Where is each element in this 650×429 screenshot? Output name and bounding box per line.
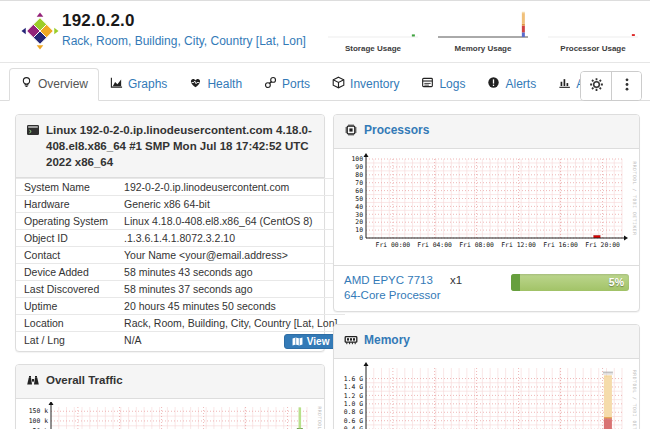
overall-traffic-title: Overall Traffic	[46, 372, 123, 388]
tab-actions	[580, 71, 642, 101]
attribute-label: Operating System	[16, 213, 116, 230]
memory-panel: Memory 1.6 G1.4 G1.2 G1.0 G0.8 G0.6 G0.4…	[333, 324, 640, 429]
memory-graph[interactable]: 1.6 G1.4 G1.2 G1.0 G0.8 G0.6 G0.4 G0.2 G…	[334, 359, 639, 429]
tab-alerts[interactable]: Alerts	[476, 68, 547, 101]
tab-graphs[interactable]: Graphs	[99, 68, 178, 101]
table-row: Uptime20 hours 45 minutes 50 seconds	[16, 298, 345, 315]
link-icon	[264, 76, 277, 92]
attribute-value: .1.3.6.1.4.1.8072.3.2.10	[116, 230, 345, 247]
svg-text:150 k: 150 k	[29, 408, 48, 416]
svg-text:60: 60	[355, 187, 363, 195]
settings-button[interactable]	[581, 72, 611, 100]
table-row: Object ID.1.3.6.1.4.1.8072.3.2.10	[16, 230, 345, 247]
svg-text:Fri 16:00: Fri 16:00	[543, 241, 578, 249]
tab-label: Health	[207, 77, 242, 91]
attribute-value: 58 minutes 43 seconds ago	[116, 264, 345, 281]
table-row: ContactYour Name <your@email.address>	[16, 247, 345, 264]
device-info-header: Linux 192-0-2-0.ip.linodeusercontent.com…	[16, 115, 324, 178]
tab-label: Alerts	[505, 77, 536, 91]
svg-text:100 k: 100 k	[29, 418, 48, 426]
svg-text:Fri 00:00: Fri 00:00	[376, 241, 411, 249]
svg-text:10: 10	[355, 226, 363, 234]
more-options-button[interactable]	[611, 72, 641, 100]
table-row: Device Added58 minutes 43 seconds ago	[16, 264, 345, 281]
cpu-icon	[344, 122, 358, 141]
attribute-label: Contact	[16, 247, 116, 264]
overview-content: Linux 192-0-2-0.ip.linodeusercontent.com…	[0, 101, 650, 429]
tab-logs[interactable]: Logs	[410, 68, 476, 101]
svg-text:RRDTOOL / TOBI OETIKER: RRDTOOL / TOBI OETIKER	[632, 370, 637, 429]
tab-inventory[interactable]: Inventory	[321, 68, 410, 101]
attribute-label: Object ID	[16, 230, 116, 247]
attribute-value: 192-0-2-0.ip.linodeusercontent.com	[116, 179, 345, 196]
svg-text:20: 20	[355, 218, 363, 226]
attribute-label: Hardware	[16, 196, 116, 213]
cpu-usage-percent: 5%	[609, 276, 624, 288]
processor-mini-graph[interactable]: Processor Usage	[544, 5, 642, 59]
svg-text:Fri 04:00: Fri 04:00	[417, 241, 452, 249]
processors-title-link[interactable]: Processors	[364, 122, 429, 139]
tab-label: Ports	[282, 77, 310, 91]
tab-ports[interactable]: Ports	[253, 68, 321, 101]
table-row: Last Discovered58 minutes 37 seconds ago	[16, 281, 345, 298]
processors-header: Processors	[334, 115, 639, 149]
centos-logo-icon	[21, 12, 59, 54]
memory-mini-graph[interactable]: Memory Usage	[434, 5, 532, 59]
device-location-link[interactable]: Rack, Room, Building, City, Country [Lat…	[62, 34, 306, 48]
device-attributes-table: System Name192-0-2-0.ip.linodeuserconten…	[16, 178, 345, 351]
cpu-name-link[interactable]: AMD EPYC 7713 64-Core Processor	[344, 273, 444, 303]
gear-icon	[589, 77, 604, 96]
cube-icon	[332, 76, 345, 92]
bar-chart-icon	[558, 76, 571, 92]
attribute-value: 20 hours 45 minutes 50 seconds	[116, 298, 345, 315]
attribute-value: Your Name <your@email.address>	[116, 247, 345, 264]
svg-text:30: 30	[355, 211, 363, 219]
left-column: Linux 192-0-2-0.ip.linodeusercontent.com…	[15, 114, 325, 429]
memory-title-link[interactable]: Memory	[364, 332, 410, 349]
right-column: Processors 1009080706050403020100Fri 00:…	[333, 114, 640, 429]
svg-text:0: 0	[359, 234, 363, 242]
attribute-label: Location	[16, 315, 116, 332]
attribute-value: N/AView	[116, 332, 345, 352]
attribute-value: 58 minutes 37 seconds ago	[116, 281, 345, 298]
svg-text:1.0 G: 1.0 G	[344, 400, 363, 408]
processors-graph[interactable]: 1009080706050403020100Fri 00:00Fri 04:00…	[334, 149, 639, 265]
tab-latency[interactable]: Latency	[643, 68, 650, 101]
tab-label: Overview	[38, 77, 88, 91]
svg-text:1.2 G: 1.2 G	[344, 392, 363, 400]
tab-health[interactable]: Health	[178, 68, 253, 101]
tab-overview[interactable]: Overview	[9, 68, 99, 101]
processor-row: AMD EPYC 7713 64-Core Processor x1 5%	[334, 265, 639, 311]
svg-text:Fri 12:00: Fri 12:00	[501, 241, 536, 249]
area-chart-icon	[110, 76, 123, 92]
device-os-line: Linux 192-0-2-0.ip.linodeusercontent.com…	[46, 122, 314, 170]
kebab-icon	[620, 77, 634, 96]
memory-header: Memory	[334, 325, 639, 359]
heartbeat-icon	[189, 76, 202, 92]
tab-label: Inventory	[350, 77, 399, 91]
tab-label: Graphs	[128, 77, 167, 91]
processors-panel: Processors 1009080706050403020100Fri 00:…	[333, 114, 640, 312]
lightbulb-icon	[20, 76, 33, 92]
svg-text:1.6 G: 1.6 G	[344, 375, 363, 383]
svg-text:40: 40	[355, 203, 363, 211]
svg-text:50: 50	[355, 195, 363, 203]
svg-text:RRDTOOL / TOBI OETIKER: RRDTOOL / TOBI OETIKER	[317, 407, 322, 429]
attribute-label: System Name	[16, 179, 116, 196]
svg-text:80: 80	[355, 171, 363, 179]
binoculars-icon	[26, 372, 40, 391]
device-tabs: OverviewGraphsHealthPortsInventoryLogsAl…	[0, 70, 650, 101]
memory-mini-label: Memory Usage	[434, 44, 532, 53]
view-map-button[interactable]: View	[284, 334, 338, 349]
device-header: 192.0.2.0 Rack, Room, Building, City, Co…	[0, 1, 650, 63]
overall-traffic-header: Overall Traffic	[16, 365, 324, 399]
svg-text:90: 90	[355, 163, 363, 171]
table-row: System Name192-0-2-0.ip.linodeuserconten…	[16, 179, 345, 196]
overall-traffic-graph[interactable]: 150 k100 k50 k0Fri 00:00Fri 04:00Fri 08:…	[16, 399, 324, 429]
attribute-label: Last Discovered	[16, 281, 116, 298]
storage-mini-graph[interactable]: Storage Usage	[324, 5, 422, 59]
alert-circle-icon	[487, 76, 500, 92]
svg-text:Fri 08:00: Fri 08:00	[459, 241, 494, 249]
attribute-label: Uptime	[16, 298, 116, 315]
device-title: 192.0.2.0	[62, 11, 135, 31]
